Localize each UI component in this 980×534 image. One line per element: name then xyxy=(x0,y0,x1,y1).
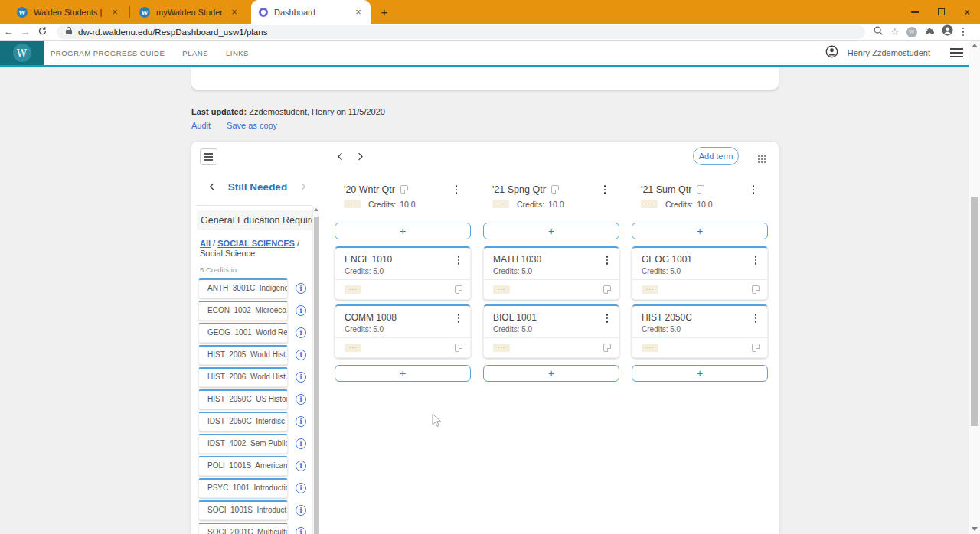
planned-course-card[interactable]: COMM 1008 Credits: 5.0 ... xyxy=(335,304,471,358)
page-scrollbar[interactable] xyxy=(969,41,980,534)
course-menu-icon[interactable] xyxy=(752,312,760,334)
forward-icon[interactable]: → xyxy=(17,26,34,37)
course-pill[interactable]: ECON 1002 Microeco... xyxy=(198,301,288,321)
close-button[interactable]: × xyxy=(954,0,980,24)
app-menu-icon[interactable] xyxy=(950,48,963,57)
course-info-icon[interactable] xyxy=(296,394,306,405)
term-credits-label: Credits: xyxy=(368,200,396,209)
course-pill[interactable]: POLI 1001S American ... xyxy=(198,456,288,476)
scroll-down-icon[interactable] xyxy=(972,527,978,531)
course-note-icon[interactable] xyxy=(603,285,611,294)
term-menu-icon[interactable] xyxy=(601,184,609,196)
requirements-selector: Still Needed xyxy=(191,178,319,195)
course-menu-icon[interactable] xyxy=(603,254,612,275)
nav-link-plans[interactable]: PLANS xyxy=(182,49,208,57)
zoom-icon[interactable] xyxy=(873,25,884,39)
term-menu-icon[interactable] xyxy=(750,184,758,196)
course-info-icon[interactable] xyxy=(296,416,306,427)
course-note-icon[interactable] xyxy=(752,285,760,294)
course-pill[interactable]: SOCI 1001S Introducti... xyxy=(198,500,288,520)
browser-menu-icon[interactable] xyxy=(960,28,967,37)
add-course-button[interactable]: + xyxy=(335,365,471,382)
course-info-icon[interactable] xyxy=(296,327,306,338)
course-pill[interactable]: IDST 4002 Sem Public ... xyxy=(198,434,288,454)
course-pill[interactable]: GEOG 1001 World Re... xyxy=(198,323,288,343)
address-bar[interactable]: dw-rd.waldenu.edu/RespDashboard_usw1/pla… xyxy=(57,25,865,39)
minimize-button[interactable] xyxy=(902,0,928,24)
course-info-icon[interactable] xyxy=(296,461,306,471)
course-pill-label: IDST 2050C Interdisc ... xyxy=(199,413,287,430)
sidebar-scrollbar[interactable] xyxy=(312,206,319,534)
course-info-icon[interactable] xyxy=(296,305,306,316)
sidebar-scroll-thumb[interactable] xyxy=(314,217,319,534)
profile-avatar-icon[interactable] xyxy=(942,24,953,39)
course-menu-icon[interactable] xyxy=(455,254,463,275)
selector-prev-icon[interactable] xyxy=(207,181,217,192)
term-note-icon[interactable] xyxy=(551,185,559,194)
tab-close-icon[interactable]: × xyxy=(352,6,364,18)
extension-badge-icon[interactable]: W xyxy=(906,27,917,37)
course-info-icon[interactable] xyxy=(296,372,306,383)
course-pill[interactable]: IDST 2050C Interdisc ... xyxy=(198,412,288,431)
scroll-up-icon[interactable] xyxy=(972,44,978,47)
term-note-icon[interactable] xyxy=(400,185,408,194)
last-updated-line: Last updated: Zzdemostudent, Henry on 11… xyxy=(191,107,385,116)
requirement-group-header[interactable]: General Education Requireme... xyxy=(197,210,312,230)
course-pill-label: SOCI 1001S Introducti... xyxy=(199,502,287,519)
sidebar-toggle-button[interactable] xyxy=(200,148,217,165)
extensions-puzzle-icon[interactable] xyxy=(924,25,935,39)
tab-dashboard-active[interactable]: Dashboard × xyxy=(251,0,371,24)
nav-link-program-progress-guide[interactable]: PROGRAM PROGRESS GUIDE xyxy=(51,49,165,57)
scroll-up-icon[interactable] xyxy=(314,208,318,211)
course-note-icon[interactable] xyxy=(455,285,462,294)
term-note-icon[interactable] xyxy=(697,185,704,194)
audit-link[interactable]: Audit xyxy=(191,121,211,130)
planned-course-card[interactable]: ENGL 1010 Credits: 5.0 ... xyxy=(335,246,471,300)
planned-course-card[interactable]: BIOL 1001 Credits: 5.0 ... xyxy=(483,304,619,358)
course-info-icon[interactable] xyxy=(296,438,306,449)
course-menu-icon[interactable] xyxy=(752,254,760,275)
maximize-button[interactable] xyxy=(928,0,954,24)
course-pill[interactable]: SOCI 2001C Multicultu... xyxy=(198,523,288,534)
planned-course-card[interactable]: MATH 1030 Credits: 5.0 ... xyxy=(483,246,619,300)
bookmark-star-icon[interactable]: ☆ xyxy=(890,27,900,37)
add-course-button[interactable]: + xyxy=(483,365,619,382)
course-pill[interactable]: HIST 2006 World Hist... xyxy=(198,367,288,387)
back-icon[interactable]: ← xyxy=(0,26,17,37)
course-menu-icon[interactable] xyxy=(455,312,463,334)
new-tab-button[interactable]: + xyxy=(377,5,392,20)
course-note-icon[interactable] xyxy=(603,344,611,352)
page-scroll-thumb[interactable] xyxy=(971,197,978,426)
course-info-icon[interactable] xyxy=(296,505,306,516)
term-menu-icon[interactable] xyxy=(452,184,461,196)
tab-close-icon[interactable]: × xyxy=(228,6,240,18)
breadcrumb-category-link[interactable]: SOCIAL SCIENCES xyxy=(217,239,295,248)
refresh-icon[interactable] xyxy=(34,26,51,38)
course-note-icon[interactable] xyxy=(752,344,760,352)
course-info-icon[interactable] xyxy=(296,527,306,534)
user-name[interactable]: Henry Zzdemostudent xyxy=(848,48,930,57)
course-info-icon[interactable] xyxy=(296,350,306,360)
course-menu-icon[interactable] xyxy=(603,312,612,334)
nav-link-links[interactable]: LINKS xyxy=(226,49,249,57)
add-course-button[interactable]: + xyxy=(483,223,619,239)
breadcrumb-all-link[interactable]: All xyxy=(200,239,211,248)
add-course-button[interactable]: + xyxy=(632,365,768,382)
course-pill[interactable]: PSYC 1001 Introductio... xyxy=(198,478,288,498)
course-info-icon[interactable] xyxy=(296,283,306,294)
planned-course-card[interactable]: HIST 2050C Credits: 5.0 ... xyxy=(632,304,768,358)
tab-close-icon[interactable]: × xyxy=(109,6,121,18)
add-course-button[interactable]: + xyxy=(632,223,768,239)
course-pill[interactable]: HIST 2050C US Histor... xyxy=(198,389,288,409)
planned-course-card[interactable]: GEOG 1001 Credits: 5.0 ... xyxy=(632,246,768,300)
course-pill[interactable]: ANTH 3001C Indigeno... xyxy=(198,278,288,298)
course-note-icon[interactable] xyxy=(455,344,462,352)
course-pill[interactable]: HIST 2005 World Hist... xyxy=(198,345,288,365)
add-course-button[interactable]: + xyxy=(335,223,471,239)
tab-mywalden-portal[interactable]: W myWalden Student Portal × xyxy=(132,0,247,24)
selector-next-icon[interactable] xyxy=(298,181,309,192)
tab-walden-students[interactable]: W Walden Students | Walden Unive × xyxy=(9,0,127,24)
save-as-copy-link[interactable]: Save as copy xyxy=(227,121,277,130)
walden-logo[interactable]: W xyxy=(0,41,44,65)
course-info-icon[interactable] xyxy=(296,483,306,493)
